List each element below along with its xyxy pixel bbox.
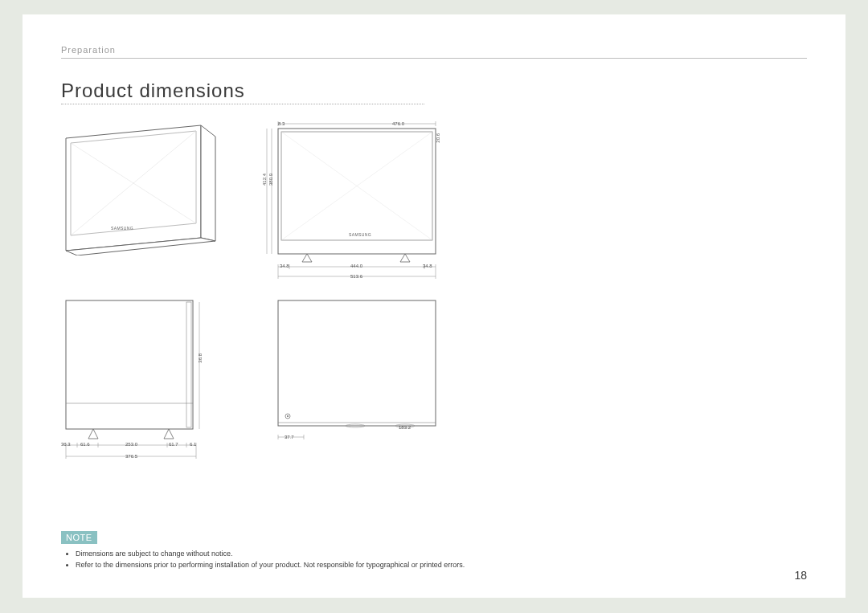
dim-front-left-v1: 412.4 — [262, 174, 267, 186]
dim-front-bot-center: 444.0 — [350, 264, 362, 268]
header-rule — [61, 58, 807, 59]
dim-side-v: 36.8 — [198, 353, 203, 363]
dim-front-top: 476.0 — [392, 121, 404, 126]
diagram-side: 36.8 36.3 61.6 253.0 61.7 6.1 376.5 — [61, 296, 246, 472]
note-item: Dimensions are subject to change without… — [76, 549, 479, 560]
page-title: Product dimensions — [61, 80, 424, 104]
dim-top-b2: 183.2 — [399, 425, 411, 430]
dim-front-total: 513.6 — [350, 274, 362, 279]
note-badge: NOTE — [61, 531, 97, 544]
svg-rect-21 — [66, 300, 193, 429]
dim-front-left-v2: 380.9 — [268, 174, 273, 186]
dim-front-top-small: 8.3 — [278, 121, 285, 126]
dim-front-bot-right: 34.8 — [423, 264, 432, 268]
title-wrap: Product dimensions — [61, 80, 424, 104]
section-label: Preparation — [61, 45, 807, 58]
diagram-top: 37.7 183.2 — [260, 296, 445, 472]
dim-side-b3: 253.0 — [125, 442, 137, 447]
dim-side-b5: 6.1 — [190, 442, 196, 447]
svg-point-36 — [287, 415, 289, 417]
diagram-front: SAMSUNG 476.0 8.3 20.6 412.4 380.9 — [260, 119, 445, 288]
dim-side-b2: 61.6 — [80, 442, 90, 447]
note-item: Refer to the dimensions prior to perform… — [76, 560, 479, 571]
svg-marker-2 — [201, 125, 215, 241]
dim-side-b1: 36.3 — [61, 442, 71, 447]
diagrams-grid: SAMSUNG SAMSUNG — [61, 119, 807, 472]
manual-page: Preparation Product dimensions SAMSUNG — [23, 14, 845, 598]
brand-text: SAMSUNG — [111, 226, 133, 231]
dim-top-b1: 37.7 — [285, 435, 294, 439]
dim-front-right-v: 20.6 — [436, 133, 440, 143]
page-number: 18 — [794, 569, 807, 582]
dim-side-total: 376.5 — [125, 454, 137, 459]
diagram-perspective: SAMSUNG — [61, 119, 246, 288]
dim-side-b4: 61.7 — [169, 442, 178, 447]
dim-front-bot-left: 34.8 — [280, 264, 289, 268]
note-list: Dimensions are subject to change without… — [61, 549, 479, 570]
brand-text-front: SAMSUNG — [349, 232, 371, 237]
svg-marker-0 — [66, 125, 201, 251]
svg-rect-33 — [278, 300, 436, 426]
note-area: NOTE Dimensions are subject to change wi… — [61, 529, 479, 570]
